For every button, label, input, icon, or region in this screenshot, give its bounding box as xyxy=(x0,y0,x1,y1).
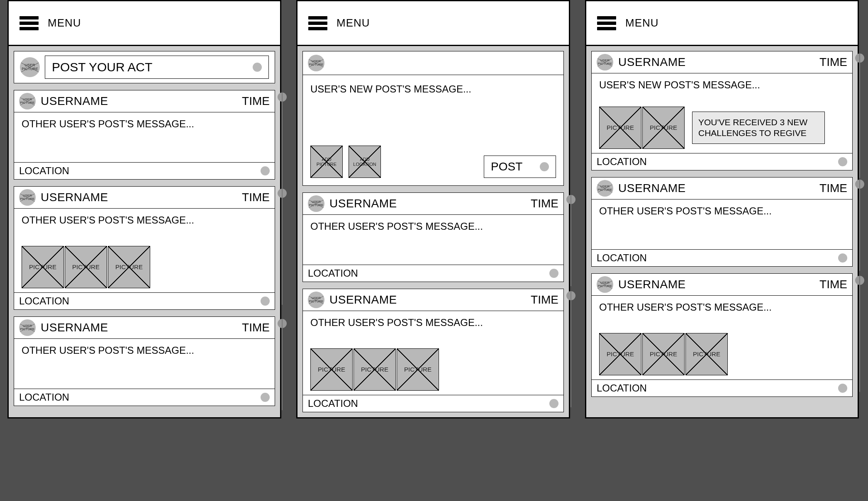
post-username[interactable]: USERNAME xyxy=(329,293,397,306)
post-username[interactable]: USERNAME xyxy=(618,278,686,291)
scroll-track[interactable] xyxy=(282,189,283,305)
post-time: TIME xyxy=(242,191,270,204)
feed-body: USERPICTURE POST YOUR ACT USERPICTURE US… xyxy=(9,46,280,417)
picture-placeholder[interactable]: PICTURE xyxy=(354,348,396,391)
top-bar: MENU xyxy=(297,1,569,46)
post-message: OTHER USER'S POST'S MESSAGE... xyxy=(14,339,275,389)
post-message: OTHER USER'S POST'S MESSAGE... xyxy=(303,311,563,348)
compose-textarea[interactable]: USER'S NEW POST'S MESSAGE... xyxy=(303,75,563,146)
post-card: USERPICTURE USERNAME TIME OTHER USER'S P… xyxy=(591,177,853,267)
feed-body: USERPICTURE USERNAME TIME USER'S NEW POS… xyxy=(586,46,858,417)
status-dot-icon xyxy=(253,63,262,72)
post-location[interactable]: LOCATION xyxy=(308,398,358,409)
status-dot-icon xyxy=(838,157,847,166)
status-dot-icon xyxy=(261,166,270,175)
picture-placeholder[interactable]: PICTURE xyxy=(397,348,439,391)
scroll-track[interactable] xyxy=(282,319,283,410)
post-pictures: PICTURE PICTURE xyxy=(599,107,685,149)
post-card: USERPICTURE USERNAME TIME OTHER USER'S P… xyxy=(591,273,853,397)
status-dot-icon xyxy=(838,253,847,263)
post-message: USER'S NEW POST'S MESSAGE... xyxy=(592,73,852,107)
post-location[interactable]: LOCATION xyxy=(308,268,358,279)
wireframe-screen-2: MENU USERPICTURE USER'S NEW POST'S MESSA… xyxy=(296,0,570,418)
scroll-track[interactable] xyxy=(571,195,571,286)
compose-card: USERPICTURE USER'S NEW POST'S MESSAGE...… xyxy=(302,51,564,186)
menu-label: MENU xyxy=(48,17,81,29)
post-username[interactable]: USERNAME xyxy=(41,191,108,204)
menu-icon[interactable] xyxy=(20,16,39,30)
picture-placeholder[interactable]: PICTURE xyxy=(642,333,685,375)
scroll-track[interactable] xyxy=(571,291,571,407)
picture-placeholder[interactable]: PICTURE xyxy=(685,333,728,375)
notification-banner[interactable]: YOU'VE RECEIVED 3 NEW CHALLENGES TO REGI… xyxy=(692,112,825,144)
picture-placeholder[interactable]: PICTURE xyxy=(108,246,150,288)
post-card: USERPICTURE USERNAME TIME OTHER USER'S P… xyxy=(14,186,275,310)
menu-icon[interactable] xyxy=(308,16,327,30)
user-avatar-placeholder: USERPICTURE xyxy=(597,54,613,71)
post-message: OTHER USER'S POST'S MESSAGE... xyxy=(592,199,852,249)
post-location[interactable]: LOCATION xyxy=(19,295,69,307)
post-username[interactable]: USERNAME xyxy=(329,197,397,210)
status-dot-icon xyxy=(261,393,270,402)
picture-placeholder[interactable]: PICTURE xyxy=(642,107,685,149)
post-message: OTHER USER'S POST'S MESSAGE... xyxy=(592,296,852,333)
user-avatar-placeholder: USERPICTURE xyxy=(308,55,324,71)
user-avatar-placeholder: USERPICTURE xyxy=(20,57,40,77)
post-message: OTHER USER'S POST'S MESSAGE... xyxy=(14,112,275,162)
feed-body: USERPICTURE USER'S NEW POST'S MESSAGE...… xyxy=(297,46,569,417)
add-picture-button[interactable]: ADDPICTURE xyxy=(310,146,343,178)
menu-label: MENU xyxy=(336,17,370,29)
post-card: USERPICTURE USERNAME TIME OTHER USER'S P… xyxy=(302,192,564,282)
user-avatar-placeholder: USERPICTURE xyxy=(19,93,36,109)
picture-placeholder[interactable]: PICTURE xyxy=(599,107,641,149)
post-time: TIME xyxy=(242,321,270,334)
menu-icon[interactable] xyxy=(597,16,616,30)
post-username[interactable]: USERNAME xyxy=(41,95,108,108)
post-pictures: PICTURE PICTURE PICTURE xyxy=(303,348,563,395)
post-pictures: PICTURE PICTURE PICTURE xyxy=(592,333,852,379)
post-location[interactable]: LOCATION xyxy=(597,382,647,394)
top-bar: MENU xyxy=(9,1,280,46)
compose-input[interactable]: POST YOUR ACT xyxy=(45,56,269,79)
picture-placeholder[interactable]: PICTURE xyxy=(65,246,107,288)
compose-bar: USERPICTURE POST YOUR ACT xyxy=(14,51,275,83)
scroll-track[interactable] xyxy=(282,92,283,192)
picture-placeholder[interactable]: PICTURE xyxy=(22,246,64,288)
post-username[interactable]: USERNAME xyxy=(618,56,686,69)
post-location[interactable]: LOCATION xyxy=(597,156,647,168)
user-avatar-placeholder: USERPICTURE xyxy=(308,195,324,212)
post-username[interactable]: USERNAME xyxy=(618,182,686,195)
user-avatar-placeholder: USERPICTURE xyxy=(308,292,324,308)
scroll-track[interactable] xyxy=(859,276,860,392)
post-message: OTHER USER'S POST'S MESSAGE... xyxy=(14,209,275,246)
post-location[interactable]: LOCATION xyxy=(19,392,69,403)
scroll-track[interactable] xyxy=(859,54,860,178)
post-card: USERPICTURE USERNAME TIME USER'S NEW POS… xyxy=(591,51,853,170)
post-time: TIME xyxy=(531,197,558,210)
wireframe-screen-3: MENU USERPICTURE USERNAME TIME USER'S NE… xyxy=(585,0,859,418)
post-location[interactable]: LOCATION xyxy=(19,165,69,177)
post-time: TIME xyxy=(819,182,847,195)
picture-placeholder[interactable]: PICTURE xyxy=(599,333,641,375)
post-card: USERPICTURE USERNAME TIME OTHER USER'S P… xyxy=(14,90,275,180)
top-bar: MENU xyxy=(586,1,858,46)
post-button-label: POST xyxy=(491,160,522,173)
status-dot-icon xyxy=(540,162,549,171)
post-location[interactable]: LOCATION xyxy=(597,252,647,264)
post-time: TIME xyxy=(531,293,558,306)
post-button[interactable]: POST xyxy=(484,156,556,178)
user-avatar-placeholder: USERPICTURE xyxy=(19,189,36,206)
user-avatar-placeholder: USERPICTURE xyxy=(597,276,613,293)
user-avatar-placeholder: USERPICTURE xyxy=(19,319,36,336)
status-dot-icon xyxy=(549,399,558,408)
status-dot-icon xyxy=(549,269,558,278)
scroll-track[interactable] xyxy=(859,180,860,271)
post-message: OTHER USER'S POST'S MESSAGE... xyxy=(303,215,563,265)
add-location-button[interactable]: ADDLOCATION xyxy=(349,146,381,178)
picture-placeholder[interactable]: PICTURE xyxy=(310,348,353,391)
post-username[interactable]: USERNAME xyxy=(41,321,108,334)
post-pictures: PICTURE PICTURE PICTURE xyxy=(14,246,275,292)
post-card: USERPICTURE USERNAME TIME OTHER USER'S P… xyxy=(302,289,564,412)
user-avatar-placeholder: USERPICTURE xyxy=(597,180,613,197)
post-time: TIME xyxy=(819,278,847,291)
